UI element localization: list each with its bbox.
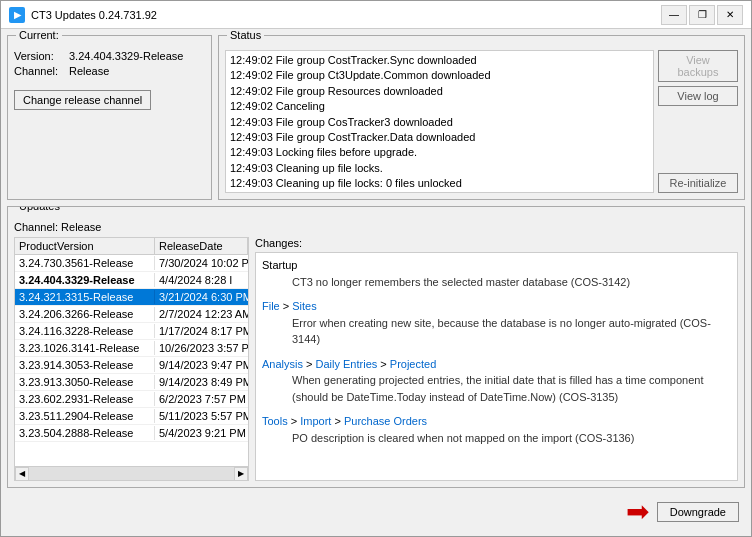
updates-section: Updates Channel: Release ProductVersion … (7, 206, 745, 488)
current-group: Current: Version: 3.24.404.3329-Release … (7, 35, 212, 200)
version-date: 9/14/2023 9:47 PM (155, 358, 248, 372)
version-product: 3.23.913.3050-Release (15, 375, 155, 389)
version-date: 1/17/2024 8:17 PM (155, 324, 248, 338)
list-item[interactable]: 3.23.511.2904-Release5/11/2023 5:57 PM (15, 408, 248, 425)
status-buttons: View backups View log Re-initialize (658, 50, 738, 193)
restore-button[interactable]: ❐ (689, 5, 715, 25)
channel-value: Release (69, 65, 109, 77)
change-path: Startup (262, 257, 731, 274)
window-title: CT3 Updates 0.24.731.92 (31, 9, 157, 21)
list-item[interactable]: 3.24.206.3266-Release2/7/2024 12:23 AM (15, 306, 248, 323)
version-product: 3.23.914.3053-Release (15, 358, 155, 372)
versions-list[interactable]: 3.24.730.3561-Release7/30/2024 10:02 P3.… (15, 255, 248, 466)
list-item: File > SitesError when creating new site… (262, 298, 731, 348)
updates-channel-prefix: Channel: (14, 221, 58, 233)
versions-panel: ProductVersion ReleaseDate 3.24.730.3561… (14, 237, 249, 481)
change-path: File > Sites (262, 298, 731, 315)
status-log[interactable]: 12:49:02 File group CostTracker.Sync dow… (225, 50, 654, 193)
changes-panel: Changes: StartupCT3 no longer remembers … (255, 237, 738, 481)
version-date: 4/4/2024 8:28 I (155, 273, 248, 287)
version-value: 3.24.404.3329-Release (69, 50, 183, 62)
bottom-bar: ➡ Downgrade (7, 494, 745, 530)
change-description: When generating projected entries, the i… (262, 372, 731, 405)
title-controls: — ❐ ✕ (661, 5, 743, 25)
version-date: 2/7/2024 12:23 AM (155, 307, 248, 321)
version-product: 3.24.116.3228-Release (15, 324, 155, 338)
status-group-title: Status (227, 29, 264, 41)
top-section: Current: Version: 3.24.404.3329-Release … (7, 35, 745, 200)
updates-group: Updates Channel: Release ProductVersion … (7, 206, 745, 488)
change-path: Tools > Import > Purchase Orders (262, 413, 731, 430)
updates-group-title: Updates (16, 206, 63, 212)
list-item[interactable]: 3.23.504.2888-Release5/4/2023 9:21 PM (15, 425, 248, 442)
updates-channel-row: Channel: Release (14, 221, 738, 233)
channel-row: Channel: Release (14, 65, 205, 77)
list-item[interactable]: 3.24.321.3315-Release3/21/2024 6:30 PM (15, 289, 248, 306)
status-group: Status 12:49:02 File group CostTracker.S… (218, 35, 745, 200)
updates-channel-value: Release (61, 221, 101, 233)
change-path: Analysis > Daily Entries > Projected (262, 356, 731, 373)
date-column-header: ReleaseDate (155, 238, 248, 254)
change-description: PO description is cleared when not mappe… (262, 430, 731, 447)
scroll-right-arrow[interactable]: ▶ (234, 467, 248, 481)
scroll-left-arrow[interactable]: ◀ (15, 467, 29, 481)
changes-label: Changes: (255, 237, 738, 249)
version-date: 6/2/2023 7:57 PM (155, 392, 248, 406)
scroll-track-h (29, 467, 234, 480)
updates-inner: ProductVersion ReleaseDate 3.24.730.3561… (14, 237, 738, 481)
minimize-button[interactable]: — (661, 5, 687, 25)
version-date: 10/26/2023 3:57 PM (155, 341, 248, 355)
change-description: Error when creating new site, because th… (262, 315, 731, 348)
version-date: 3/21/2024 6:30 PM (155, 290, 248, 304)
product-column-header: ProductVersion (15, 238, 155, 254)
close-button[interactable]: ✕ (717, 5, 743, 25)
arrow-icon: ➡ (626, 498, 649, 526)
main-window: ▶ CT3 Updates 0.24.731.92 — ❐ ✕ Current:… (0, 0, 752, 537)
list-item: Analysis > Daily Entries > ProjectedWhen… (262, 356, 731, 406)
version-date: 7/30/2024 10:02 P (155, 256, 248, 270)
versions-scrollbar-h[interactable]: ◀ ▶ (15, 466, 248, 480)
change-description: CT3 no longer remembers the selected mas… (262, 274, 731, 291)
title-bar-left: ▶ CT3 Updates 0.24.731.92 (9, 7, 157, 23)
list-item: Tools > Import > Purchase OrdersPO descr… (262, 413, 731, 446)
version-product: 3.24.321.3315-Release (15, 290, 155, 304)
list-item[interactable]: 3.23.1026.3141-Release10/26/2023 3:57 PM (15, 340, 248, 357)
app-icon: ▶ (9, 7, 25, 23)
reinitialize-button[interactable]: Re-initialize (658, 173, 738, 193)
current-group-title: Current: (16, 29, 62, 41)
list-item[interactable]: 3.23.914.3053-Release9/14/2023 9:47 PM (15, 357, 248, 374)
list-item[interactable]: 3.23.602.2931-Release6/2/2023 7:57 PM (15, 391, 248, 408)
version-product: 3.24.730.3561-Release (15, 256, 155, 270)
view-log-button[interactable]: View log (658, 86, 738, 106)
list-item[interactable]: 3.24.404.3329-Release4/4/2024 8:28 I (15, 272, 248, 289)
version-product: 3.23.504.2888-Release (15, 426, 155, 440)
list-item[interactable]: 3.23.913.3050-Release9/14/2023 8:49 PM (15, 374, 248, 391)
version-product: 3.23.1026.3141-Release (15, 341, 155, 355)
status-inner: 12:49:02 File group CostTracker.Sync dow… (225, 50, 738, 193)
version-product: 3.24.206.3266-Release (15, 307, 155, 321)
main-content: Current: Version: 3.24.404.3329-Release … (1, 29, 751, 536)
title-bar: ▶ CT3 Updates 0.24.731.92 — ❐ ✕ (1, 1, 751, 29)
list-item: StartupCT3 no longer remembers the selec… (262, 257, 731, 290)
version-product: 3.23.511.2904-Release (15, 409, 155, 423)
channel-label: Channel: (14, 65, 69, 77)
version-row: Version: 3.24.404.3329-Release (14, 50, 205, 62)
version-date: 9/14/2023 8:49 PM (155, 375, 248, 389)
version-product: 3.24.404.3329-Release (15, 273, 155, 287)
change-channel-button[interactable]: Change release channel (14, 90, 151, 110)
downgrade-button[interactable]: Downgrade (657, 502, 739, 522)
version-date: 5/4/2023 9:21 PM (155, 426, 248, 440)
list-item[interactable]: 3.24.730.3561-Release7/30/2024 10:02 P (15, 255, 248, 272)
view-backups-button[interactable]: View backups (658, 50, 738, 82)
list-item[interactable]: 3.24.116.3228-Release1/17/2024 8:17 PM (15, 323, 248, 340)
version-date: 5/11/2023 5:57 PM (155, 409, 248, 423)
versions-header: ProductVersion ReleaseDate (15, 238, 248, 255)
version-label: Version: (14, 50, 69, 62)
changes-content[interactable]: StartupCT3 no longer remembers the selec… (255, 252, 738, 481)
version-product: 3.23.602.2931-Release (15, 392, 155, 406)
